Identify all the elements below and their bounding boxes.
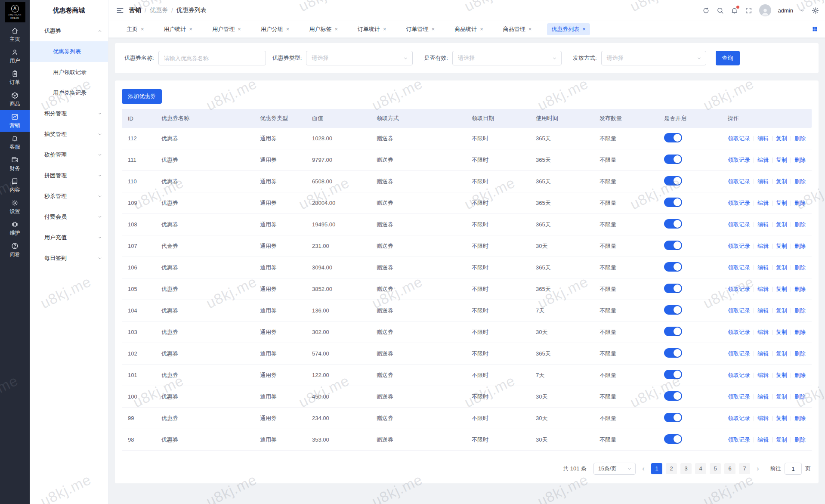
- action-delete-link[interactable]: 删除: [794, 372, 806, 378]
- action-copy-link[interactable]: 复制: [776, 243, 787, 249]
- action-delete-link[interactable]: 删除: [794, 200, 806, 206]
- tab[interactable]: 用户统计 ×: [160, 23, 197, 35]
- enable-toggle[interactable]: [664, 155, 682, 164]
- action-copy-link[interactable]: 复制: [776, 350, 787, 357]
- action-edit-link[interactable]: 编辑: [757, 157, 769, 163]
- action-copy-link[interactable]: 复制: [776, 221, 787, 228]
- action-delete-link[interactable]: 删除: [794, 415, 806, 421]
- action-edit-link[interactable]: 编辑: [757, 135, 769, 142]
- action-claim-records-link[interactable]: 领取记录: [728, 264, 750, 271]
- refresh-icon[interactable]: [702, 7, 710, 14]
- page-button[interactable]: 7: [739, 463, 750, 474]
- action-claim-records-link[interactable]: 领取记录: [728, 307, 750, 314]
- action-copy-link[interactable]: 复制: [776, 393, 787, 400]
- action-delete-link[interactable]: 删除: [794, 157, 806, 163]
- action-delete-link[interactable]: 删除: [794, 436, 806, 443]
- action-copy-link[interactable]: 复制: [776, 329, 787, 335]
- tab[interactable]: 用户标签 ×: [305, 23, 342, 35]
- page-button[interactable]: 5: [710, 463, 721, 474]
- action-edit-link[interactable]: 编辑: [757, 415, 769, 421]
- action-delete-link[interactable]: 删除: [794, 307, 806, 314]
- action-delete-link[interactable]: 删除: [794, 350, 806, 357]
- action-edit-link[interactable]: 编辑: [757, 286, 769, 292]
- tab[interactable]: 订单统计 ×: [353, 23, 391, 35]
- enable-toggle[interactable]: [664, 370, 682, 379]
- breadcrumb-mid[interactable]: 优惠券: [150, 6, 168, 14]
- fullscreen-icon[interactable]: [745, 7, 752, 14]
- tab[interactable]: 商品统计 ×: [450, 23, 488, 35]
- enable-toggle[interactable]: [664, 391, 682, 401]
- submenu-group-bargain[interactable]: 砍价管理: [30, 145, 108, 165]
- action-copy-link[interactable]: 复制: [776, 372, 787, 378]
- page-button[interactable]: 2: [666, 463, 677, 474]
- enable-toggle[interactable]: [664, 241, 682, 250]
- issue-method-select[interactable]: 请选择: [601, 51, 706, 65]
- action-copy-link[interactable]: 复制: [776, 178, 787, 185]
- username[interactable]: admin: [778, 7, 793, 14]
- action-copy-link[interactable]: 复制: [776, 264, 787, 271]
- action-claim-records-link[interactable]: 领取记录: [728, 157, 750, 163]
- tab-close-icon[interactable]: ×: [334, 26, 338, 32]
- action-edit-link[interactable]: 编辑: [757, 436, 769, 443]
- tab[interactable]: 主页 ×: [122, 23, 148, 35]
- enable-toggle[interactable]: [664, 219, 682, 229]
- submenu-group-groupbuy[interactable]: 拼团管理: [30, 165, 108, 186]
- enable-toggle[interactable]: [664, 262, 682, 272]
- enable-toggle[interactable]: [664, 327, 682, 336]
- hamburger-menu-icon[interactable]: [116, 6, 124, 14]
- action-claim-records-link[interactable]: 领取记录: [728, 286, 750, 292]
- settings-gear-icon[interactable]: [812, 7, 819, 14]
- tab[interactable]: 商品管理 ×: [499, 23, 536, 35]
- search-icon[interactable]: [717, 7, 724, 14]
- sidebar-item-users[interactable]: 用户: [0, 46, 30, 67]
- next-page-button[interactable]: ›: [754, 465, 762, 473]
- action-edit-link[interactable]: 编辑: [757, 178, 769, 185]
- action-edit-link[interactable]: 编辑: [757, 221, 769, 228]
- enable-toggle[interactable]: [664, 284, 682, 293]
- enable-toggle[interactable]: [664, 198, 682, 207]
- goto-page-input[interactable]: [785, 463, 802, 475]
- action-claim-records-link[interactable]: 领取记录: [728, 221, 750, 228]
- sidebar-item-orders[interactable]: 订单: [0, 67, 30, 89]
- search-button[interactable]: 查询: [716, 51, 740, 65]
- tab[interactable]: 订单管理 ×: [402, 23, 439, 35]
- sidebar-item-maintain[interactable]: 维护: [0, 218, 30, 239]
- action-copy-link[interactable]: 复制: [776, 200, 787, 206]
- action-delete-link[interactable]: 删除: [794, 221, 806, 228]
- action-edit-link[interactable]: 编辑: [757, 264, 769, 271]
- coupon-type-select[interactable]: 请选择: [306, 51, 413, 65]
- action-claim-records-link[interactable]: 领取记录: [728, 135, 750, 142]
- action-claim-records-link[interactable]: 领取记录: [728, 200, 750, 206]
- prev-page-button[interactable]: ‹: [639, 465, 648, 473]
- valid-select[interactable]: 请选择: [452, 51, 562, 65]
- action-edit-link[interactable]: 编辑: [757, 350, 769, 357]
- action-delete-link[interactable]: 删除: [794, 264, 806, 271]
- submenu-group-daily-checkin[interactable]: 每日签到: [30, 248, 108, 269]
- tab-close-icon[interactable]: ×: [480, 26, 483, 32]
- sidebar-item-content[interactable]: 内容: [0, 175, 30, 196]
- submenu-item-claim-records[interactable]: 用户领取记录: [30, 62, 108, 83]
- action-delete-link[interactable]: 删除: [794, 135, 806, 142]
- action-edit-link[interactable]: 编辑: [757, 307, 769, 314]
- page-size-select[interactable]: 15条/页: [593, 463, 636, 475]
- page-button[interactable]: 4: [695, 463, 706, 474]
- submenu-group-flashsale[interactable]: 秒杀管理: [30, 186, 108, 207]
- enable-toggle[interactable]: [664, 305, 682, 315]
- action-claim-records-link[interactable]: 领取记录: [728, 436, 750, 443]
- sidebar-item-settings[interactable]: 设置: [0, 196, 30, 218]
- enable-toggle[interactable]: [664, 348, 682, 358]
- tab[interactable]: 优惠券列表 ×: [547, 23, 590, 35]
- sidebar-item-home[interactable]: 主页: [0, 24, 30, 46]
- grid-layout-icon[interactable]: [812, 26, 818, 32]
- action-claim-records-link[interactable]: 领取记录: [728, 243, 750, 249]
- tab[interactable]: 用户管理 ×: [208, 23, 245, 35]
- action-edit-link[interactable]: 编辑: [757, 243, 769, 249]
- sidebar-item-service[interactable]: 客服: [0, 132, 30, 153]
- action-delete-link[interactable]: 删除: [794, 393, 806, 400]
- chevron-down-icon[interactable]: [800, 8, 805, 13]
- tab-close-icon[interactable]: ×: [189, 26, 193, 32]
- tab-close-icon[interactable]: ×: [582, 26, 586, 32]
- page-button[interactable]: 3: [680, 463, 692, 474]
- action-claim-records-link[interactable]: 领取记录: [728, 393, 750, 400]
- avatar[interactable]: [759, 4, 771, 16]
